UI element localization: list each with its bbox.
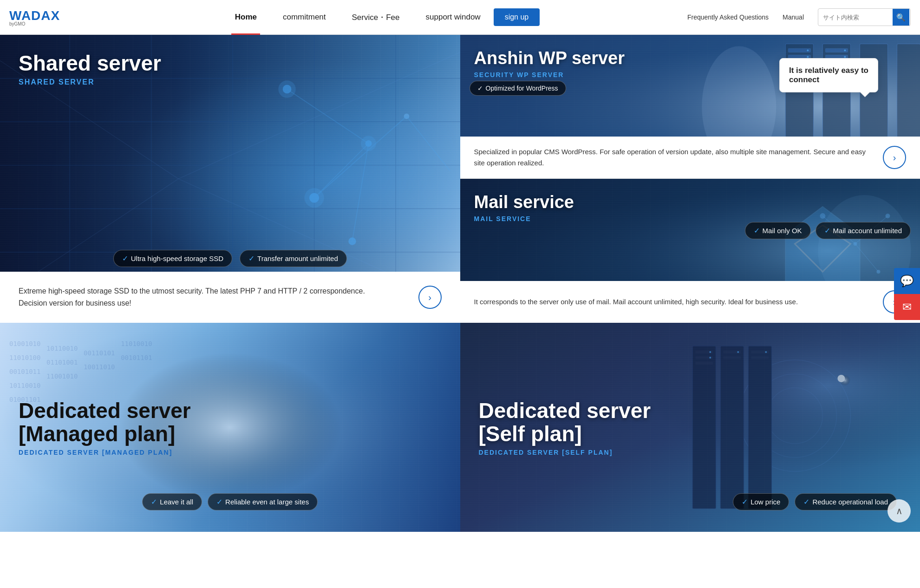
check-icon-ds1: ✓ (742, 497, 748, 506)
scroll-up-button[interactable]: ∧ (887, 499, 911, 523)
logo-text: WADAX (9, 8, 60, 23)
header: WADAX byGMO Home commitment Service・Fee … (0, 0, 920, 35)
shared-desc-area: Extreme high-speed storage SSD to the ut… (0, 272, 460, 323)
search-button[interactable]: 🔍 (893, 9, 909, 26)
anshin-bottom: Specialized in popular CMS WordPress. Fo… (460, 137, 920, 178)
chat-button[interactable]: 💬 (894, 268, 920, 294)
mail-sub-title: MAIL SERVICE (474, 215, 907, 222)
dedicated-self-bottom: Dedicated server [Self plan] DEDICATED S… (460, 380, 920, 532)
badge-mail-only: ✓ Mail only OK (745, 222, 811, 239)
nav-signup[interactable]: sign up (494, 8, 540, 26)
mail-desc: It corresponds to the server only use of… (474, 296, 874, 307)
badge-mail-account: ✓ Mail account unlimited (816, 222, 911, 239)
badge-large-sites: ✓ Reliable even at large sites (208, 493, 318, 510)
mail-main-title: Mail service (474, 193, 907, 212)
card-dedicated-self: Dedicated server [Self plan] DEDICATED S… (460, 323, 920, 532)
shared-arrow-btn[interactable]: › (418, 286, 442, 309)
mail-inner: Mail service MAIL SERVICE ✓ Mail only OK… (460, 179, 920, 323)
check-icon-mail: ✓ (754, 226, 760, 235)
shared-desc-line2: Decision version for business use! (19, 299, 131, 307)
nav-support-window[interactable]: support window (413, 0, 494, 35)
shared-title-area: Shared server SHARED SERVER (0, 35, 460, 96)
main-nav: Home commitment Service・Fee support wind… (84, 0, 678, 35)
check-icon-2: ✓ (248, 254, 254, 263)
nav-right: Frequently Asked Questions Manual 🔍 (687, 8, 911, 26)
nav-service-fee[interactable]: Service・Fee (339, 0, 413, 35)
tooltip-text: It is relatively easy toconnect (789, 66, 868, 84)
right-column: Anshin WP server SECURITY WP SERVER ✓ Op… (460, 35, 920, 323)
card-shared-server: Shared server SHARED SERVER ✓ Ultra high… (0, 35, 460, 323)
check-icon-dm2: ✓ (216, 497, 222, 506)
anshin-top: Anshin WP server SECURITY WP SERVER ✓ Op… (460, 35, 920, 137)
search-box: 🔍 (818, 8, 911, 26)
dedicated-self-top (460, 323, 920, 380)
search-input[interactable] (818, 11, 893, 24)
badge-reduce-load: ✓ Reduce operational load (795, 493, 897, 510)
shared-desc-text: Extreme high-speed storage SSD to the ut… (19, 285, 409, 309)
nav-manual[interactable]: Manual (783, 13, 804, 21)
shared-badges: ✓ Ultra high-speed storage SSD ✓ Transfe… (0, 250, 460, 267)
dedicated-self-subtitle: DEDICATED SERVER [SELF PLAN] (479, 449, 897, 456)
check-icon-ds2: ✓ (803, 497, 809, 506)
card-mail-service: Mail service MAIL SERVICE ✓ Mail only OK… (460, 179, 920, 323)
dedicated-managed-title-wrap: Dedicated server [Managed plan] DEDICATE… (19, 390, 442, 493)
anshin-inner: Anshin WP server SECURITY WP SERVER ✓ Op… (460, 35, 920, 178)
dedicated-managed-inner: Dedicated server [Managed plan] DEDICATE… (0, 323, 460, 532)
mail-bottom: It corresponds to the server only use of… (460, 281, 920, 323)
chat-icon: 💬 (900, 274, 914, 287)
badge-leave-it-all: ✓ Leave it all (142, 493, 202, 510)
dedicated-self-inner: Dedicated server [Self plan] DEDICATED S… (460, 323, 920, 532)
nav-home[interactable]: Home (222, 0, 270, 35)
dedicated-managed-badges: ✓ Leave it all ✓ Reliable even at large … (19, 493, 442, 518)
dedicated-self-badges: ✓ Low price ✓ Reduce operational load (479, 493, 902, 518)
nav-faq[interactable]: Frequently Asked Questions (687, 13, 769, 21)
mail-top: Mail service MAIL SERVICE ✓ Mail only OK… (460, 179, 920, 281)
check-icon: ✓ (122, 254, 128, 263)
shared-sub-title: SHARED SERVER (19, 78, 442, 86)
shared-card-content: Shared server SHARED SERVER ✓ Ultra high… (0, 35, 460, 323)
tooltip-box: It is relatively easy toconnect (779, 58, 878, 92)
mail-badges: ✓ Mail only OK ✓ Mail account unlimited (460, 222, 920, 239)
logo-area[interactable]: WADAX byGMO (9, 8, 84, 26)
card-dedicated-managed: 01001010 11010100 00101011 10110010 0100… (0, 323, 460, 532)
dedicated-self-title-wrap: Dedicated server [Self plan] DEDICATED S… (479, 390, 902, 493)
badge-ssd: ✓ Ultra high-speed storage SSD (113, 250, 232, 267)
dedicated-managed-top (0, 323, 460, 380)
check-icon-opt: ✓ (477, 85, 483, 92)
badge-transfer: ✓ Transfer amount unlimited (240, 250, 347, 267)
anshin-arrow-btn[interactable]: › (883, 146, 906, 169)
badge-low-price: ✓ Low price (733, 493, 789, 510)
dedicated-managed-subtitle: DEDICATED SERVER [MANAGED PLAN] (19, 449, 437, 456)
check-icon-mail2: ✓ (824, 226, 830, 235)
optimized-badge: ✓ Optimized for WordPress (470, 81, 566, 96)
check-icon-dm1: ✓ (151, 497, 157, 506)
mail-contact-button[interactable]: ✉ (894, 294, 920, 320)
anshin-desc: Specialized in popular CMS WordPress. Fo… (474, 146, 874, 169)
mail-icon: ✉ (902, 301, 912, 314)
dedicated-self-title: Dedicated server [Self plan] (479, 399, 897, 446)
shared-desc-line1: Extreme high-speed storage SSD to the ut… (19, 287, 365, 295)
nav-commitment[interactable]: commitment (270, 0, 339, 35)
card-anshin-wp: Anshin WP server SECURITY WP SERVER ✓ Op… (460, 35, 920, 179)
side-buttons: 💬 ✉ (894, 268, 920, 320)
shared-main-title: Shared server (19, 52, 442, 75)
dedicated-managed-bottom: Dedicated server [Managed plan] DEDICATE… (0, 380, 460, 532)
dedicated-managed-title: Dedicated server [Managed plan] (19, 399, 437, 446)
main-grid: Shared server SHARED SERVER ✓ Ultra high… (0, 35, 920, 532)
